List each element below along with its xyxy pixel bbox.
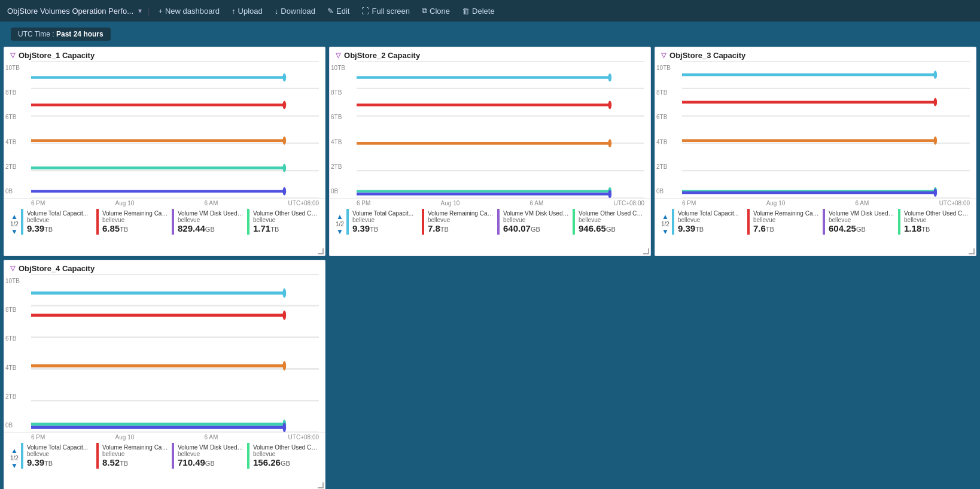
- legend-label: Volume Other Used Ca...: [904, 210, 970, 217]
- resize-handle[interactable]: [969, 248, 975, 254]
- legend-value: 1.18TB: [904, 223, 930, 233]
- legend-page: 1/2: [336, 221, 344, 227]
- legend-sub: bellevue: [102, 217, 124, 223]
- legend-sub: bellevue: [829, 217, 851, 223]
- clone-button[interactable]: ⧉ Clone: [417, 5, 455, 17]
- legend-label: Volume Other Used Ca...: [579, 210, 644, 217]
- resize-handle[interactable]: [318, 248, 324, 254]
- legend-area: ▲ 1/2 ▼ Volume Total Capacit... bellevue…: [655, 206, 976, 239]
- x-axis-labels: 6 PMAug 106 AMUTC+08:00: [330, 199, 650, 206]
- clone-icon: ⧉: [422, 6, 427, 16]
- legend-value: 1.71TB: [253, 223, 279, 233]
- fullscreen-button[interactable]: ⛶ Full screen: [357, 5, 415, 17]
- svg-point-11: [282, 136, 286, 145]
- legend-sub: bellevue: [27, 451, 49, 457]
- y-axis-labels: 10TB8TB6TB4TB2TB0B: [5, 61, 20, 198]
- chart-area: 10TB8TB6TB4TB2TB0B: [4, 61, 325, 199]
- filter-icon[interactable]: ▽: [336, 51, 340, 59]
- svg-point-63: [282, 423, 286, 432]
- download-icon: ↓: [275, 7, 279, 16]
- capacity-panel: ▽ ObjStore_4 Capacity 10TB8TB6TB4TB2TB0B…: [4, 260, 325, 489]
- legend-label: Volume VM Disk Used ...: [503, 210, 569, 217]
- capacity-panel: ▽ ObjStore_3 Capacity 10TB8TB6TB4TB2TB0B…: [655, 47, 976, 256]
- legend-sub: bellevue: [503, 217, 525, 223]
- svg-point-15: [282, 187, 286, 196]
- topbar: ObjStore Volumes Operation Perfo... ▾ | …: [0, 0, 980, 22]
- chart-area: 10TB8TB6TB4TB2TB0B: [4, 274, 325, 433]
- bottom-panel-row: ▽ ObjStore_4 Capacity 10TB8TB6TB4TB2TB0B…: [0, 260, 980, 489]
- legend-nav: ▲ 1/2 ▼: [8, 211, 21, 237]
- capacity-panel: ▽ ObjStore_2 Capacity 10TB8TB6TB4TB2TB0B…: [329, 47, 651, 256]
- legend-next-arrow[interactable]: ▼: [662, 227, 669, 236]
- legend-label: Volume Remaining Cap...: [753, 210, 819, 217]
- svg-point-43: [933, 136, 937, 145]
- y-axis-labels: 10TB8TB6TB4TB2TB0B: [656, 61, 671, 198]
- legend-label: Volume Remaining Cap...: [102, 444, 168, 451]
- legend-prev-arrow[interactable]: ▲: [662, 212, 669, 221]
- legend-label: Volume Other Used Ca...: [253, 210, 319, 217]
- legend-next-arrow[interactable]: ▼: [11, 461, 18, 470]
- x-axis-labels: 6 PMAug 106 AMUTC+08:00: [655, 199, 976, 206]
- time-badge[interactable]: UTC Time : Past 24 hours: [11, 28, 111, 41]
- legend-value: 7.8TB: [428, 223, 449, 233]
- svg-point-31: [608, 190, 611, 198]
- legend-next-arrow[interactable]: ▼: [11, 227, 18, 236]
- legend-label: Volume VM Disk Used ...: [829, 210, 894, 217]
- panel-header: ▽ ObjStore_2 Capacity: [330, 47, 650, 61]
- legend-item: Volume VM Disk Used ... bellevue 710.49G…: [172, 443, 246, 469]
- fullscreen-icon: ⛶: [361, 7, 369, 16]
- legend-sub: bellevue: [579, 217, 601, 223]
- svg-point-7: [282, 74, 286, 82]
- download-button[interactable]: ↓ Download: [270, 5, 320, 17]
- legend-prev-arrow[interactable]: ▲: [11, 212, 18, 221]
- legend-item: Volume Other Used Ca... bellevue 946.65G…: [573, 209, 647, 235]
- legend-items: Volume Total Capacit... bellevue 9.39TB …: [346, 209, 647, 235]
- dropdown-icon[interactable]: ▾: [138, 7, 142, 15]
- filter-icon[interactable]: ▽: [10, 51, 15, 59]
- legend-label: Volume VM Disk Used ...: [178, 210, 244, 217]
- top-panel-row: ▽ ObjStore_1 Capacity 10TB8TB6TB4TB2TB0B…: [0, 47, 980, 260]
- legend-item: Volume Other Used Ca... bellevue 1.71TB: [247, 209, 321, 235]
- filter-icon[interactable]: ▽: [10, 265, 15, 272]
- panel-header: ▽ ObjStore_3 Capacity: [655, 47, 976, 61]
- legend-area: ▲ 1/2 ▼ Volume Total Capacit... bellevue…: [4, 206, 325, 239]
- panel-title: ObjStore_3 Capacity: [669, 51, 745, 60]
- legend-prev-arrow[interactable]: ▲: [336, 212, 343, 221]
- plus-icon: +: [158, 7, 163, 16]
- legend-value: 8.52TB: [102, 457, 128, 467]
- legend-sub: bellevue: [753, 217, 775, 223]
- legend-value: 640.07GB: [503, 223, 540, 233]
- svg-point-9: [282, 101, 286, 109]
- legend-nav: ▲ 1/2 ▼: [8, 445, 21, 471]
- filter-icon[interactable]: ▽: [661, 51, 666, 59]
- delete-icon: 🗑: [462, 7, 470, 16]
- legend-value: 7.6TB: [753, 223, 774, 233]
- upload-icon: ↑: [232, 7, 236, 16]
- legend-items: Volume Total Capacit... bellevue 9.39TB …: [21, 443, 321, 469]
- legend-sub: bellevue: [102, 451, 124, 457]
- legend-sub: bellevue: [678, 217, 700, 223]
- legend-value: 946.65GB: [579, 223, 616, 233]
- legend-label: Volume Total Capacit...: [678, 210, 739, 217]
- legend-nav: ▲ 1/2 ▼: [659, 211, 672, 237]
- resize-handle[interactable]: [643, 248, 649, 254]
- dashboard-title: ObjStore Volumes Operation Perfo...: [7, 7, 133, 16]
- legend-sub: bellevue: [253, 451, 275, 457]
- legend-item: Volume VM Disk Used ... bellevue 829.44G…: [172, 209, 246, 235]
- new-dashboard-button[interactable]: + New dashboard: [153, 5, 224, 17]
- legend-item: Volume Other Used Ca... bellevue 1.18TB: [898, 209, 972, 235]
- legend-next-arrow[interactable]: ▼: [336, 227, 343, 236]
- legend-value: 9.39TB: [27, 223, 53, 233]
- svg-point-39: [933, 71, 937, 79]
- panel-header: ▽ ObjStore_1 Capacity: [4, 47, 325, 61]
- svg-point-59: [282, 361, 286, 370]
- legend-label: Volume Other Used Ca...: [253, 444, 319, 451]
- delete-button[interactable]: 🗑 Delete: [457, 5, 500, 17]
- svg-point-13: [282, 164, 286, 172]
- legend-prev-arrow[interactable]: ▲: [11, 447, 18, 455]
- resize-handle[interactable]: [318, 482, 324, 488]
- upload-button[interactable]: ↑ Upload: [227, 5, 267, 17]
- legend-nav: ▲ 1/2 ▼: [333, 211, 346, 237]
- legend-label: Volume Remaining Cap...: [428, 210, 494, 217]
- edit-button[interactable]: ✎ Edit: [322, 5, 354, 17]
